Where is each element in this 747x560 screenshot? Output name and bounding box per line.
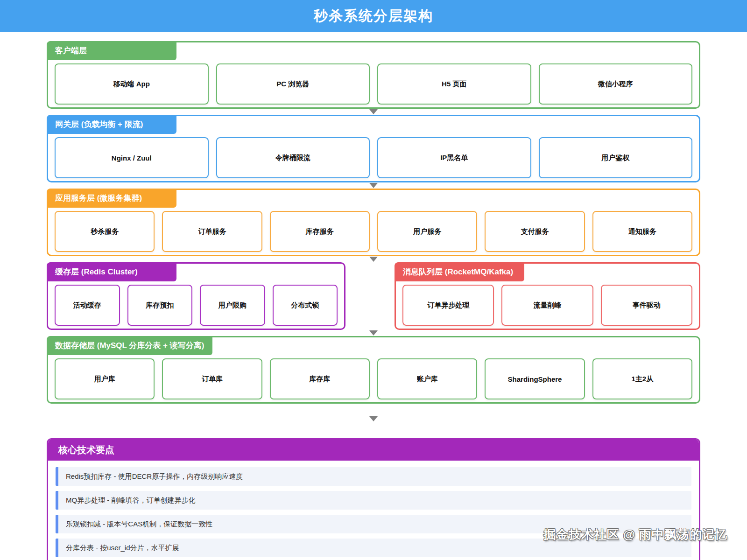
keypoint-redis: Redis预扣库存 - 使用DECR原子操作，内存级别响应速度 bbox=[56, 467, 691, 486]
node-nginx-zuul: Nginx / Zuul bbox=[55, 137, 209, 178]
layer-cache: 缓存层 (Redis Cluster) 活动缓存 库存预扣 用户限购 分布式锁 bbox=[47, 262, 345, 330]
node-master-slave: 1主2从 bbox=[592, 358, 692, 399]
node-user-service: 用户服务 bbox=[377, 211, 477, 252]
keypoints-title: 核心技术要点 bbox=[48, 440, 699, 461]
cache-mq-row: 缓存层 (Redis Cluster) 活动缓存 库存预扣 用户限购 分布式锁 … bbox=[47, 262, 700, 330]
node-order-service: 订单服务 bbox=[162, 211, 262, 252]
page-title: 秒杀系统分层架构 bbox=[0, 0, 747, 32]
layer-gateway-title: 网关层 (负载均衡 + 限流) bbox=[47, 115, 176, 134]
watermark: 掘金技术社区 @ 雨中飘荡的记忆 bbox=[543, 526, 727, 543]
node-stock-prededuct: 库存预扣 bbox=[127, 285, 193, 326]
node-peak-shaving: 流量削峰 bbox=[501, 285, 593, 326]
layer-storage-title: 数据存储层 (MySQL 分库分表 + 读写分离) bbox=[47, 336, 212, 355]
node-order-async: 订单异步处理 bbox=[402, 285, 494, 326]
node-ip-blacklist: IP黑名单 bbox=[377, 137, 531, 178]
keypoint-mq: MQ异步处理 - 削峰填谷，订单创建异步化 bbox=[56, 491, 691, 510]
down-arrow-icon bbox=[369, 416, 378, 421]
node-stock-service: 库存服务 bbox=[270, 211, 370, 252]
node-token-bucket: 令牌桶限流 bbox=[216, 137, 370, 178]
node-account-db: 账户库 bbox=[377, 358, 477, 399]
node-activity-cache: 活动缓存 bbox=[55, 285, 120, 326]
node-h5-page: H5 页面 bbox=[377, 63, 531, 105]
node-stock-db: 库存库 bbox=[270, 358, 370, 399]
node-pc-browser: PC 浏览器 bbox=[216, 63, 370, 105]
down-arrow-icon bbox=[369, 330, 378, 336]
node-user-auth: 用户鉴权 bbox=[539, 137, 693, 178]
flow-arrow bbox=[47, 257, 700, 262]
node-shardingsphere: ShardingSphere bbox=[485, 358, 585, 399]
flow-arrow bbox=[47, 109, 700, 115]
node-user-limit: 用户限购 bbox=[200, 285, 265, 326]
node-user-db: 用户库 bbox=[55, 358, 155, 399]
flow-arrow bbox=[47, 330, 700, 336]
down-arrow-icon bbox=[369, 183, 378, 188]
node-payment-service: 支付服务 bbox=[485, 211, 585, 252]
node-mobile-app: 移动端 App bbox=[55, 63, 209, 105]
node-notify-service: 通知服务 bbox=[592, 211, 692, 252]
layer-service: 应用服务层 (微服务集群) 秒杀服务 订单服务 库存服务 用户服务 支付服务 通… bbox=[47, 189, 700, 256]
layer-gateway: 网关层 (负载均衡 + 限流) Nginx / Zuul 令牌桶限流 IP黑名单… bbox=[47, 115, 700, 182]
layer-mq-title: 消息队列层 (RocketMQ/Kafka) bbox=[395, 262, 524, 281]
flow-arrow bbox=[47, 416, 700, 438]
node-wechat-miniprogram: 微信小程序 bbox=[539, 63, 693, 105]
node-seckill-service: 秒杀服务 bbox=[55, 211, 155, 252]
layer-service-title: 应用服务层 (微服务集群) bbox=[47, 189, 176, 208]
down-arrow-icon bbox=[369, 257, 378, 262]
node-order-db: 订单库 bbox=[162, 358, 262, 399]
layer-cache-title: 缓存层 (Redis Cluster) bbox=[47, 262, 176, 281]
node-event-driven: 事件驱动 bbox=[601, 285, 692, 326]
layer-client-title: 客户端层 bbox=[47, 41, 176, 60]
layer-client: 客户端层 移动端 App PC 浏览器 H5 页面 微信小程序 bbox=[47, 41, 700, 109]
architecture-diagram: 客户端层 移动端 App PC 浏览器 H5 页面 微信小程序 网关层 (负载均… bbox=[47, 41, 700, 560]
node-distributed-lock: 分布式锁 bbox=[273, 285, 338, 326]
keypoints-list: Redis预扣库存 - 使用DECR原子操作，内存级别响应速度 MQ异步处理 -… bbox=[48, 461, 699, 560]
layer-mq: 消息队列层 (RocketMQ/Kafka) 订单异步处理 流量削峰 事件驱动 bbox=[395, 262, 700, 330]
down-arrow-icon bbox=[369, 109, 378, 114]
layer-storage: 数据存储层 (MySQL 分库分表 + 读写分离) 用户库 订单库 库存库 账户… bbox=[47, 336, 700, 404]
flow-arrow bbox=[47, 183, 700, 189]
